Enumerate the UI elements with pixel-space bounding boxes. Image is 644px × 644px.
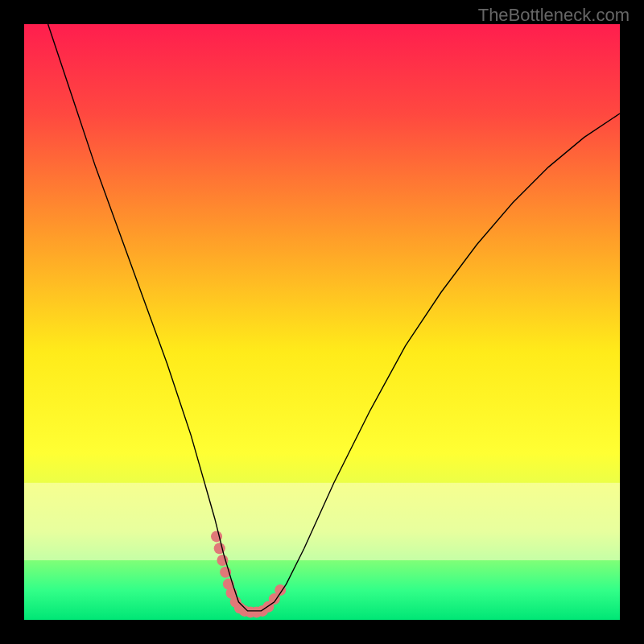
pale-band: [24, 483, 620, 560]
attribution-text: TheBottleneck.com: [478, 5, 630, 26]
bottleneck-chart: [24, 24, 620, 620]
chart-container: [24, 24, 620, 620]
